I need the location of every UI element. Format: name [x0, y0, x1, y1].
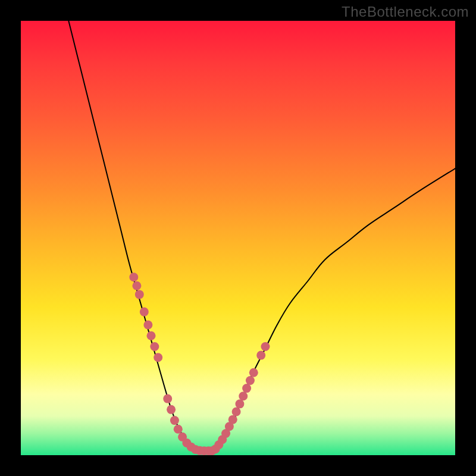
watermark-text: TheBottleneck.com — [342, 4, 469, 20]
data-marker — [135, 290, 144, 299]
data-marker — [256, 351, 265, 360]
data-marker — [143, 321, 152, 330]
markers-right — [211, 342, 270, 453]
data-marker — [246, 376, 255, 385]
data-marker — [170, 416, 179, 425]
data-marker — [163, 394, 172, 403]
chart-frame: TheBottleneck.com — [0, 0, 476, 476]
data-marker — [228, 415, 237, 424]
data-marker — [239, 392, 248, 400]
data-marker — [140, 308, 149, 317]
data-marker — [150, 342, 159, 351]
data-marker — [129, 273, 138, 281]
data-marker — [249, 368, 258, 377]
curve-layer — [21, 21, 455, 455]
left-curve — [68, 21, 199, 451]
data-marker — [174, 425, 183, 434]
data-marker — [232, 408, 241, 416]
data-marker — [132, 281, 141, 290]
data-marker — [154, 353, 162, 362]
data-marker — [242, 384, 251, 393]
data-marker — [147, 331, 156, 340]
data-marker — [167, 405, 176, 414]
data-marker — [235, 399, 244, 408]
plot-area — [21, 21, 455, 455]
markers-left — [129, 273, 216, 455]
data-marker — [261, 342, 270, 351]
